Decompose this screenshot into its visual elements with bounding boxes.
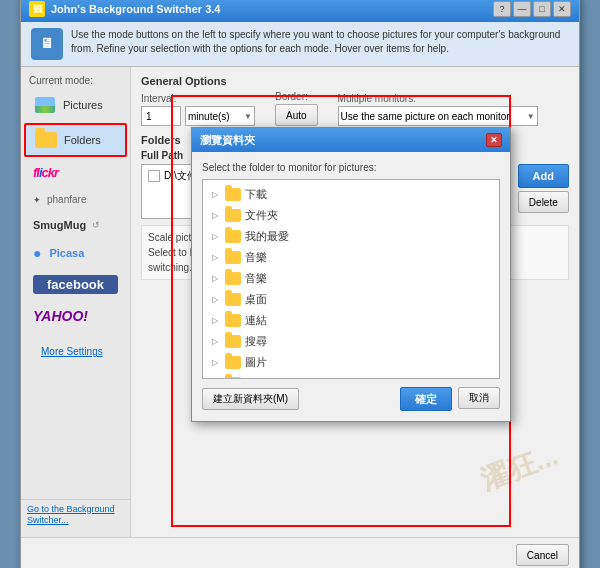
expand-icon-4: ▷ (209, 273, 221, 285)
tree-label-2: 我的最愛 (245, 229, 289, 244)
tree-item-0[interactable]: ▷ 下載 (205, 184, 497, 205)
tree-label-7: 搜尋 (245, 334, 267, 349)
tree-item-9[interactable]: ▷ 影片 (205, 373, 497, 379)
dialog-title: 瀏覽資料夾 (200, 133, 255, 148)
mode-label: Current mode: (21, 71, 130, 88)
browse-folder-dialog: 瀏覽資料夾 ✕ Select the folder to monitor for… (191, 127, 511, 422)
dialog-overlay: 瀏覽資料夾 ✕ Select the folder to monitor for… (131, 67, 579, 537)
smugmug-label: SmugMug (33, 219, 86, 231)
ok-button[interactable]: 確定 (400, 387, 452, 411)
title-bar-left: 🖼 John's Background Switcher 3.4 (29, 1, 221, 17)
expand-icon-8: ▷ (209, 357, 221, 369)
expand-icon-7: ▷ (209, 336, 221, 348)
tree-folder-icon-9 (225, 377, 241, 379)
minimize-button[interactable]: — (513, 1, 531, 17)
pictures-label: Pictures (63, 99, 103, 111)
tree-item-6[interactable]: ▷ 連結 (205, 310, 497, 331)
picasa-label: Picasa (49, 247, 84, 259)
tree-folder-icon-6 (225, 314, 241, 327)
tree-label-3: 音樂 (245, 250, 267, 265)
tree-item-4[interactable]: ▷ 音樂 (205, 268, 497, 289)
dialog-body: Select the folder to monitor for picture… (192, 152, 510, 421)
tree-item-1[interactable]: ▷ 文件夾 (205, 205, 497, 226)
picasa-icon: ● (33, 245, 41, 261)
dialog-buttons-row: 建立新資料夾(M) 確定 取消 (202, 387, 500, 411)
folders-label: Folders (64, 134, 101, 146)
pictures-icon (33, 95, 57, 115)
help-button[interactable]: ? (493, 1, 511, 17)
expand-icon-2: ▷ (209, 231, 221, 243)
tree-item-3[interactable]: ▷ 音樂 (205, 247, 497, 268)
tree-label-8: 圖片 (245, 355, 267, 370)
expand-icon-0: ▷ (209, 189, 221, 201)
sidebar-item-folders[interactable]: Folders (24, 123, 127, 157)
close-button[interactable]: ✕ (553, 1, 571, 17)
sidebar: Current mode: Pictures Folders flickr (21, 67, 131, 537)
tree-folder-icon-5 (225, 293, 241, 306)
tree-label-4: 音樂 (245, 271, 267, 286)
new-folder-button[interactable]: 建立新資料夾(M) (202, 388, 299, 410)
window-title: John's Background Switcher 3.4 (51, 3, 221, 15)
info-bar: 🖥 Use the mode buttons on the left to sp… (21, 22, 579, 67)
tree-folder-icon-2 (225, 230, 241, 243)
tree-item-2[interactable]: ▷ 我的最愛 (205, 226, 497, 247)
sidebar-item-pictures[interactable]: Pictures (24, 89, 127, 121)
facebook-logo: facebook (33, 275, 118, 294)
tree-folder-icon-7 (225, 335, 241, 348)
title-bar: 🖼 John's Background Switcher 3.4 ? — □ ✕ (21, 0, 579, 22)
expand-icon-5: ▷ (209, 294, 221, 306)
tree-label-6: 連結 (245, 313, 267, 328)
tree-folder-icon-0 (225, 188, 241, 201)
tree-item-8[interactable]: ▷ 圖片 (205, 352, 497, 373)
sidebar-item-facebook[interactable]: facebook (24, 269, 127, 300)
tree-view[interactable]: ▷ 下載 ▷ 文件夾 ▷ (202, 179, 500, 379)
main-content: General Options Interval: minute(s) ▼ (131, 67, 579, 537)
goto-link[interactable]: Go to the Background Switcher... (27, 504, 124, 527)
sidebar-bottom: Go to the Background Switcher... (21, 499, 130, 533)
tree-item-5[interactable]: ▷ 桌面 (205, 289, 497, 310)
maximize-button[interactable]: □ (533, 1, 551, 17)
window-body: Current mode: Pictures Folders flickr (21, 67, 579, 537)
sidebar-item-picasa[interactable]: ● Picasa (24, 239, 127, 267)
yahoo-label: YAHOO! (33, 308, 88, 324)
flickr-logo: flickr (33, 165, 58, 180)
expand-icon-3: ▷ (209, 252, 221, 264)
title-bar-buttons: ? — □ ✕ (493, 1, 571, 17)
tree-item-7[interactable]: ▷ 搜尋 (205, 331, 497, 352)
sidebar-item-flickr[interactable]: flickr (24, 159, 127, 186)
info-text: Use the mode buttons on the left to spec… (71, 28, 569, 56)
tree-label-5: 桌面 (245, 292, 267, 307)
phanfare-label: phanfare (47, 194, 86, 205)
tree-label-9: 影片 (245, 376, 267, 379)
sidebar-item-more-settings[interactable]: More Settings (24, 332, 127, 367)
more-settings-label: More Settings (33, 342, 111, 361)
tree-folder-icon-1 (225, 209, 241, 222)
dialog-title-bar: 瀏覽資料夾 ✕ (192, 128, 510, 152)
tree-label-0: 下載 (245, 187, 267, 202)
tree-label-1: 文件夾 (245, 208, 278, 223)
main-window: 🖼 John's Background Switcher 3.4 ? — □ ✕… (20, 0, 580, 568)
tree-folder-icon-8 (225, 356, 241, 369)
sidebar-item-phanfare[interactable]: ✦ phanfare (24, 188, 127, 211)
dialog-close-button[interactable]: ✕ (486, 133, 502, 147)
dialog-confirm-cancel: 確定 取消 (400, 387, 500, 411)
expand-icon-6: ▷ (209, 315, 221, 327)
expand-icon-1: ▷ (209, 210, 221, 222)
sidebar-item-yahoo[interactable]: YAHOO! (24, 302, 127, 330)
cancel-main-button[interactable]: Cancel (516, 544, 569, 566)
app-icon: 🖼 (29, 1, 45, 17)
tree-folder-icon-3 (225, 251, 241, 264)
folder-icon (34, 130, 58, 150)
dialog-description: Select the folder to monitor for picture… (202, 162, 500, 173)
expand-icon-9: ▷ (209, 378, 221, 380)
tree-folder-icon-4 (225, 272, 241, 285)
cancel-dialog-button[interactable]: 取消 (458, 387, 500, 409)
bottom-row: Cancel (21, 537, 579, 568)
sidebar-item-smugmug[interactable]: SmugMug ↺ (24, 213, 127, 237)
info-icon: 🖥 (31, 28, 63, 60)
